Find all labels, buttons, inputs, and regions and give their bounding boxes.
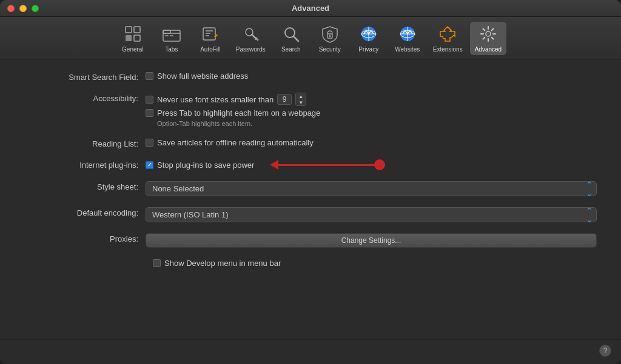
help-button[interactable]: ?: [599, 345, 611, 357]
develop-menu-control: Show Develop menu in menu bar: [153, 259, 597, 268]
svg-rect-2: [134, 27, 140, 33]
internet-plugins-row: Internet plug-ins: Stop plug-ins to save…: [24, 159, 597, 170]
toolbar-item-search[interactable]: Search: [273, 22, 309, 55]
arrow-line: [278, 164, 375, 166]
accessibility-label: Accessibility:: [24, 93, 146, 103]
encoding-label: Default encoding:: [24, 207, 146, 217]
toolbar-item-tabs[interactable]: Tabs: [153, 22, 190, 55]
smart-search-row: Smart Search Field: Show full website ad…: [24, 71, 597, 82]
reading-list-control: Save articles for offline reading automa…: [146, 138, 597, 147]
accessibility-fontsize-label: Never use font sizes smaller than: [157, 95, 274, 104]
toolbar-item-autofill[interactable]: AutoFill: [192, 22, 229, 55]
window-title: Advanced: [292, 4, 329, 13]
reading-list-label: Reading List:: [24, 138, 146, 148]
reading-list-checkbox[interactable]: [146, 139, 153, 147]
svg-line-19: [294, 36, 298, 41]
toolbar-label-autofill: AutoFill: [200, 46, 220, 53]
stylesheet-row: Style sheet: None Selected Default Custo…: [24, 181, 597, 196]
accessibility-tab-label: Press Tab to highlight each item on a we…: [157, 108, 320, 117]
toolbar-label-passwords: Passwords: [236, 46, 266, 53]
develop-menu-checkbox[interactable]: [153, 259, 161, 267]
bottom-bar: ?: [0, 339, 621, 364]
toolbar-item-general[interactable]: General: [115, 22, 151, 55]
stylesheet-control: None Selected Default Custom... ⌃ ⌄: [146, 181, 597, 196]
stylesheet-select-wrapper: None Selected Default Custom... ⌃ ⌄: [146, 181, 597, 196]
proxies-label: Proxies:: [24, 233, 146, 243]
svg-line-35: [483, 29, 485, 31]
encoding-select-wrapper: Western (ISO Latin 1) Unicode (UTF-8) Ja…: [146, 207, 597, 222]
accessibility-fontsize-checkbox[interactable]: [146, 96, 153, 104]
svg-rect-0: [126, 27, 132, 33]
font-size-display: 9: [277, 94, 292, 105]
svg-line-38: [483, 38, 485, 39]
proxies-change-settings-button[interactable]: Change Settings...: [146, 233, 597, 248]
arrow-dot: [374, 159, 385, 170]
internet-plugins-checkbox[interactable]: [146, 161, 153, 169]
reading-list-checkbox-label: Save articles for offline reading automa…: [157, 138, 314, 147]
accessibility-hint: Option-Tab highlights each item.: [157, 120, 597, 127]
search-icon: [281, 24, 301, 44]
toolbar-item-security[interactable]: Security: [312, 22, 348, 55]
titlebar: Advanced: [0, 0, 621, 17]
traffic-lights: [7, 5, 39, 12]
toolbar-label-advanced: Advanced: [475, 46, 502, 53]
encoding-control: Western (ISO Latin 1) Unicode (UTF-8) Ja…: [146, 207, 597, 222]
internet-plugins-control: Stop plug-ins to save power: [146, 159, 597, 170]
advanced-icon: [478, 24, 498, 44]
maximize-button[interactable]: [32, 5, 39, 12]
websites-icon: [398, 24, 417, 44]
svg-line-37: [492, 29, 494, 31]
accessibility-tab-checkbox[interactable]: [146, 109, 153, 117]
svg-point-30: [486, 31, 491, 36]
svg-rect-1: [126, 35, 132, 41]
stylesheet-label: Style sheet:: [24, 181, 146, 191]
toolbar-label-tabs: Tabs: [165, 46, 178, 53]
font-size-up[interactable]: ▲: [296, 93, 306, 99]
svg-rect-9: [203, 28, 215, 40]
toolbar-item-privacy[interactable]: Privacy: [351, 22, 387, 55]
accessibility-fontsize-row: Never use font sizes smaller than 9 ▲ ▼: [146, 93, 597, 106]
arrow-annotation: [270, 159, 385, 170]
proxies-control: Change Settings...: [146, 233, 597, 248]
extensions-icon: [438, 24, 457, 44]
toolbar-label-privacy: Privacy: [358, 46, 378, 53]
svg-rect-7: [165, 35, 169, 36]
smart-search-checkbox-row: Show full website address: [146, 71, 597, 81]
passwords-icon: [241, 24, 260, 44]
smart-search-control: Show full website address: [146, 71, 597, 81]
toolbar-label-search: Search: [281, 46, 301, 53]
stylesheet-select[interactable]: None Selected Default Custom...: [146, 181, 597, 196]
toolbar-item-advanced[interactable]: Advanced: [470, 22, 506, 55]
svg-point-21: [329, 35, 331, 37]
toolbar: General Tabs: [0, 17, 621, 59]
smart-search-checkbox-label: Show full website address: [157, 71, 248, 81]
window: Advanced General: [0, 0, 621, 364]
toolbar-item-passwords[interactable]: Passwords: [231, 22, 270, 55]
arrow-head: [270, 160, 278, 170]
toolbar-label-extensions: Extensions: [433, 46, 463, 53]
svg-rect-3: [134, 35, 140, 41]
svg-line-36: [492, 38, 494, 39]
develop-menu-checkbox-row: Show Develop menu in menu bar: [153, 259, 597, 268]
toolbar-label-security: Security: [319, 46, 341, 53]
develop-menu-row: Show Develop menu in menu bar: [153, 259, 597, 268]
font-size-stepper[interactable]: ▲ ▼: [295, 93, 306, 106]
encoding-select[interactable]: Western (ISO Latin 1) Unicode (UTF-8) Ja…: [146, 207, 597, 222]
tabs-icon: [162, 24, 181, 44]
accessibility-control: Never use font sizes smaller than 9 ▲ ▼ …: [146, 93, 597, 127]
internet-plugins-checkbox-label: Stop plug-ins to save power: [157, 160, 254, 170]
toolbar-item-extensions[interactable]: Extensions: [428, 22, 468, 55]
minimize-button[interactable]: [19, 5, 27, 12]
font-size-down[interactable]: ▼: [296, 99, 306, 105]
encoding-row: Default encoding: Western (ISO Latin 1) …: [24, 207, 597, 222]
svg-rect-8: [170, 35, 173, 36]
toolbar-item-websites[interactable]: Websites: [389, 22, 426, 55]
proxies-row: Proxies: Change Settings...: [24, 233, 597, 248]
accessibility-tab-row: Press Tab to highlight each item on a we…: [146, 108, 597, 117]
internet-plugins-checkbox-row: Stop plug-ins to save power: [146, 159, 597, 170]
toolbar-label-general: General: [122, 46, 144, 53]
smart-search-checkbox[interactable]: [146, 72, 153, 80]
smart-search-label: Smart Search Field:: [24, 71, 146, 82]
close-button[interactable]: [7, 5, 15, 12]
develop-menu-checkbox-label: Show Develop menu in menu bar: [164, 259, 281, 268]
